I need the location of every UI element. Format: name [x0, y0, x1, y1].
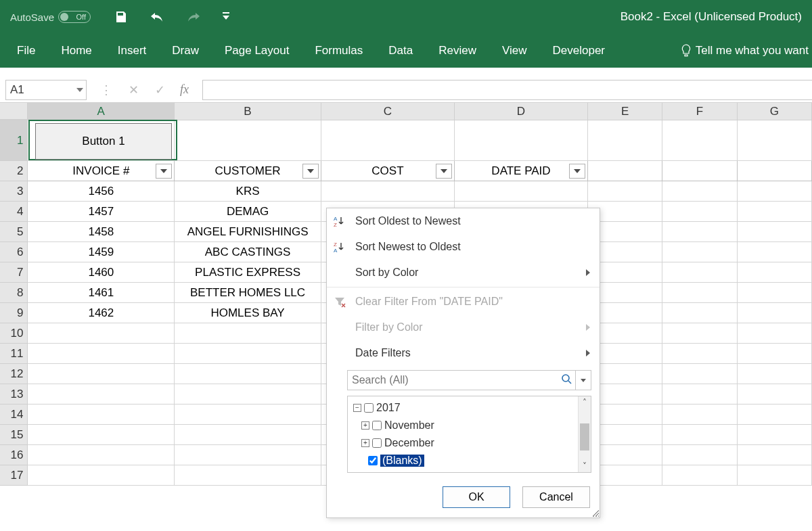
row-header-2[interactable]: 2 [0, 161, 28, 181]
more-icon[interactable]: ⋮ [100, 83, 112, 97]
filter-search-input[interactable] [348, 373, 558, 387]
cell-f3[interactable] [662, 181, 737, 202]
row-header-3[interactable]: 3 [0, 181, 28, 202]
cell-g2[interactable] [738, 161, 812, 181]
cell-f4[interactable] [662, 202, 737, 222]
cell-d1[interactable] [455, 120, 588, 161]
tab-insert[interactable]: Insert [118, 44, 147, 57]
cell-e2[interactable] [588, 161, 662, 181]
cell-a4[interactable]: 1457 [28, 202, 175, 222]
col-header-e[interactable]: E [588, 103, 662, 120]
checkbox-blanks[interactable] [368, 456, 378, 465]
cell-e1[interactable] [588, 120, 662, 161]
cell-g3[interactable] [738, 181, 812, 202]
tab-developer[interactable]: Developer [553, 44, 606, 57]
row-header-5[interactable]: 5 [0, 222, 28, 242]
checkbox-november[interactable] [372, 421, 382, 430]
cell-b7[interactable]: PLASTIC EXPRESS [175, 262, 321, 283]
cell-c1[interactable] [321, 120, 455, 161]
row-header-16[interactable]: 16 [0, 445, 28, 465]
fx-icon[interactable]: fx [180, 83, 189, 97]
cell-e3[interactable] [588, 181, 662, 202]
tab-view[interactable]: View [502, 44, 527, 57]
cell-g9[interactable] [738, 303, 812, 323]
col-header-f[interactable]: F [662, 103, 737, 120]
tab-file[interactable]: File [17, 44, 35, 57]
col-header-c[interactable]: C [321, 103, 455, 120]
row-header-12[interactable]: 12 [0, 364, 28, 384]
row-header-9[interactable]: 9 [0, 303, 28, 323]
date-filters[interactable]: Date Filters [327, 340, 600, 366]
cell-a7[interactable]: 1460 [28, 262, 175, 283]
filter-button-customer[interactable] [302, 164, 319, 179]
cell-a9[interactable]: 1462 [28, 303, 175, 323]
cell-f8[interactable] [662, 283, 737, 303]
search-dropdown[interactable] [575, 371, 591, 390]
cell-f1[interactable] [662, 120, 737, 161]
enter-entry-icon[interactable]: ✓ [155, 83, 165, 97]
formula-input[interactable] [202, 80, 812, 100]
tree-blanks[interactable]: (Blanks) [351, 452, 575, 469]
tab-draw[interactable]: Draw [172, 44, 199, 57]
search-icon[interactable] [558, 373, 575, 387]
filter-button-date-paid[interactable] [569, 164, 585, 179]
cell-g6[interactable] [738, 242, 812, 262]
row-header-6[interactable]: 6 [0, 242, 28, 262]
cell-c2[interactable]: COST [321, 161, 455, 181]
cell-g5[interactable] [738, 222, 812, 242]
cell-a6[interactable]: 1459 [28, 242, 175, 262]
cell-b3[interactable]: KRS [175, 181, 321, 202]
autosave-indicator[interactable]: AutoSave Off [10, 11, 91, 23]
cell-g1[interactable] [738, 120, 812, 161]
select-all-corner[interactable] [0, 103, 28, 120]
name-box[interactable]: A1 [5, 80, 87, 100]
scroll-down-icon[interactable]: ˅ [579, 461, 591, 471]
checkbox-2017[interactable] [364, 403, 374, 413]
filter-button-invoice[interactable] [156, 164, 172, 179]
cell-b8[interactable]: BETTER HOMES LLC [175, 283, 321, 303]
row-header-15[interactable]: 15 [0, 425, 28, 445]
cell-f6[interactable] [662, 242, 737, 262]
row-header-17[interactable]: 17 [0, 465, 28, 486]
cell-a2[interactable]: INVOICE # [28, 161, 175, 181]
cancel-entry-icon[interactable]: ✕ [129, 83, 139, 97]
tab-formulas[interactable]: Formulas [315, 44, 363, 57]
col-header-a[interactable]: A [28, 103, 175, 120]
tree-year-2017[interactable]: − 2017 [351, 399, 575, 417]
cell-f2[interactable] [662, 161, 737, 181]
undo-icon[interactable] [150, 10, 164, 24]
cell-b5[interactable]: ANGEL FURNISHINGS [175, 222, 321, 242]
filter-button-cost[interactable] [436, 164, 452, 179]
sort-newest-oldest[interactable]: Z A Sort Newest to Oldest [327, 234, 600, 260]
autosave-toggle[interactable]: Off [58, 11, 91, 23]
cell-b1[interactable] [175, 120, 321, 161]
filter-search[interactable] [347, 370, 591, 390]
col-header-b[interactable]: B [175, 103, 321, 120]
collapse-icon[interactable]: − [353, 404, 361, 412]
chevron-down-icon[interactable] [76, 88, 83, 92]
cell-f7[interactable] [662, 262, 737, 283]
button-1-shape[interactable]: Button 1 [35, 123, 172, 160]
resize-grip-icon[interactable] [592, 510, 599, 517]
cell-a3[interactable]: 1456 [28, 181, 175, 202]
sort-by-color[interactable]: Sort by Color [327, 260, 600, 285]
filter-cancel-button[interactable]: Cancel [522, 486, 590, 508]
cell-b6[interactable]: ABC CASTINGS [175, 242, 321, 262]
save-icon[interactable] [114, 10, 128, 24]
row-header-7[interactable]: 7 [0, 262, 28, 283]
row-header-8[interactable]: 8 [0, 283, 28, 303]
cell-d2[interactable]: DATE PAID [455, 161, 588, 181]
row-header-14[interactable]: 14 [0, 405, 28, 425]
tab-data[interactable]: Data [388, 44, 413, 57]
tree-month-december[interactable]: + December [351, 434, 575, 452]
col-header-d[interactable]: D [455, 103, 588, 120]
tab-page-layout[interactable]: Page Layout [225, 44, 289, 57]
cell-g4[interactable] [738, 202, 812, 222]
cell-g8[interactable] [738, 283, 812, 303]
row-header-13[interactable]: 13 [0, 384, 28, 405]
sort-oldest-newest[interactable]: A Z Sort Oldest to Newest [327, 208, 600, 234]
tellme-search[interactable]: Tell me what you want [681, 44, 809, 57]
filter-ok-button[interactable]: OK [443, 486, 510, 508]
expand-icon[interactable]: + [361, 421, 369, 430]
tree-scrollbar[interactable]: ˄ ˅ [578, 396, 591, 472]
